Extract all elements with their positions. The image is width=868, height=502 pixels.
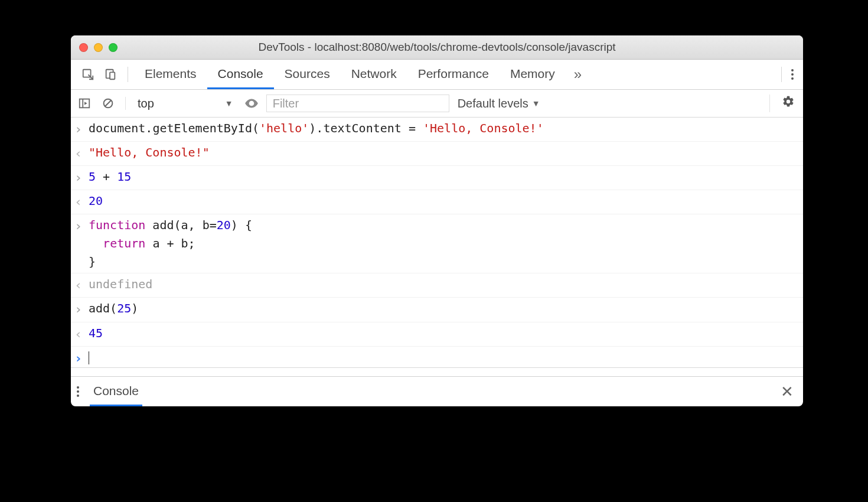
- console-settings-icon[interactable]: [782, 95, 798, 112]
- output-chevron-icon: [74, 324, 89, 344]
- tab-console[interactable]: Console: [207, 60, 274, 89]
- output-chevron-icon: [74, 192, 89, 212]
- input-chevron-icon: [74, 299, 89, 320]
- dropdown-icon: ▼: [532, 99, 540, 108]
- console-prompt-row[interactable]: [71, 347, 803, 367]
- code: 20: [89, 192, 797, 212]
- close-window-button[interactable]: [79, 43, 88, 52]
- console-filter-input[interactable]: Filter: [266, 94, 449, 112]
- output-chevron-icon: [74, 144, 89, 164]
- tab-network[interactable]: Network: [341, 60, 407, 89]
- separator: [125, 97, 126, 110]
- tab-sources[interactable]: Sources: [274, 60, 341, 89]
- panel-tabstrip: ElementsConsoleSourcesNetworkPerformance…: [71, 60, 803, 90]
- separator: [781, 67, 782, 82]
- minimize-window-button[interactable]: [94, 43, 103, 52]
- drawer-resizer[interactable]: [71, 367, 803, 376]
- code: function add(a, b=20) { return a + b; }: [89, 216, 797, 271]
- more-panels-icon[interactable]: »: [566, 66, 590, 83]
- code: 5 + 15: [89, 168, 797, 188]
- settings-menu-icon[interactable]: [788, 69, 797, 80]
- execution-context-selector[interactable]: top ▼: [134, 96, 237, 112]
- separator: [769, 94, 770, 112]
- input-chevron-icon: [74, 119, 89, 139]
- filter-placeholder: Filter: [273, 97, 299, 110]
- console-output-row: 20: [71, 190, 803, 214]
- tab-label: Console: [218, 67, 263, 81]
- prompt-chevron-icon: [74, 348, 89, 367]
- console-toolbar: top ▼ Filter Default levels ▼: [71, 90, 803, 118]
- code: document.getElementById('hello').textCon…: [89, 119, 797, 139]
- console-input-row: add(25): [71, 298, 803, 322]
- close-drawer-icon[interactable]: ✕: [777, 383, 797, 401]
- tab-label: Network: [351, 67, 397, 81]
- show-console-sidebar-icon[interactable]: [76, 94, 93, 112]
- input-chevron-icon: [74, 216, 89, 271]
- drawer: Console ✕: [71, 376, 803, 406]
- console-input-row: document.getElementById('hello').textCon…: [71, 118, 803, 142]
- code: "Hello, Console!": [89, 144, 797, 164]
- devtools-window: DevTools - localhost:8080/web/tools/chro…: [71, 35, 803, 406]
- svg-rect-2: [110, 72, 115, 79]
- code: undefined: [89, 275, 797, 295]
- console-input[interactable]: [89, 348, 797, 367]
- code: 45: [89, 324, 797, 344]
- console-input-row: function add(a, b=20) { return a + b; }: [71, 214, 803, 273]
- svg-line-7: [105, 100, 111, 106]
- live-expression-icon[interactable]: [243, 94, 260, 112]
- tab-label: Performance: [418, 67, 489, 81]
- tab-memory[interactable]: Memory: [500, 60, 566, 89]
- console-output-row: "Hello, Console!": [71, 142, 803, 166]
- titlebar: DevTools - localhost:8080/web/tools/chro…: [71, 35, 803, 60]
- console-output-row: 45: [71, 322, 803, 347]
- input-chevron-icon: [74, 168, 89, 188]
- drawer-tab-label: Console: [93, 384, 139, 398]
- inspect-element-icon[interactable]: [77, 60, 99, 89]
- tab-performance[interactable]: Performance: [407, 60, 500, 89]
- svg-marker-5: [84, 102, 87, 105]
- separator: [128, 67, 128, 82]
- log-levels-label: Default levels: [458, 97, 528, 110]
- svg-point-8: [250, 102, 253, 105]
- output-chevron-icon: [74, 275, 89, 295]
- tab-elements[interactable]: Elements: [134, 60, 207, 89]
- tab-label: Sources: [285, 67, 330, 81]
- tab-label: Elements: [145, 67, 197, 81]
- window-controls: [71, 43, 118, 52]
- window-title: DevTools - localhost:8080/web/tools/chro…: [71, 41, 803, 54]
- drawer-tab-console[interactable]: Console: [90, 377, 142, 406]
- device-toolbar-icon[interactable]: [99, 60, 122, 89]
- tab-label: Memory: [510, 67, 555, 81]
- log-levels-selector[interactable]: Default levels ▼: [458, 97, 540, 110]
- clear-console-icon[interactable]: [99, 94, 117, 112]
- dropdown-icon: ▼: [225, 99, 233, 108]
- drawer-menu-icon[interactable]: [77, 386, 79, 397]
- execution-context-label: top: [138, 97, 154, 110]
- console-output-row: undefined: [71, 273, 803, 298]
- console-input-row: 5 + 15: [71, 166, 803, 190]
- code: add(25): [89, 299, 797, 320]
- console-output[interactable]: document.getElementById('hello').textCon…: [71, 118, 803, 367]
- zoom-window-button[interactable]: [109, 43, 118, 52]
